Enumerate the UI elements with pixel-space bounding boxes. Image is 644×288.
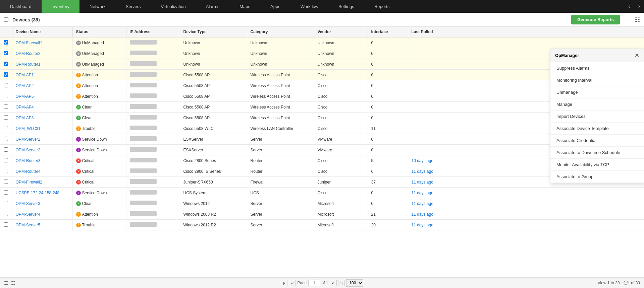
row-checkbox[interactable] (4, 179, 8, 184)
row-vendor: Unknown (314, 59, 368, 70)
footer-icon-right[interactable]: ☷ (11, 280, 15, 286)
context-menu-suppress-alarms[interactable]: Suppress Alarms (550, 62, 644, 74)
device-name-link[interactable]: OPM-AP2 (16, 83, 34, 88)
context-menu-associate-device-template[interactable]: Associate Device Template (550, 123, 644, 135)
last-page-button[interactable]: ›| (338, 280, 345, 286)
row-interface: 0 (368, 102, 408, 113)
nav-maps[interactable]: Maps (229, 0, 260, 13)
device-name-link[interactable]: OPM-Server4 (16, 212, 40, 217)
row-checkbox[interactable] (4, 147, 8, 152)
nav-reports[interactable]: Reports (364, 0, 400, 13)
device-name-link[interactable]: OPM-Router4 (16, 169, 41, 174)
per-page-select[interactable]: 100 50 25 (346, 279, 363, 287)
device-name-link[interactable]: OPM-AP5 (16, 94, 34, 99)
device-name-link[interactable]: OPM-AP1 (16, 73, 34, 77)
status-icon: ↓ (76, 148, 81, 152)
row-device-type: Windows 2012 (180, 198, 247, 209)
row-checkbox[interactable] (4, 169, 8, 173)
nav-network[interactable]: Network (79, 0, 116, 13)
row-checkbox[interactable] (4, 115, 8, 120)
chat-icon[interactable]: 💬 (624, 281, 629, 285)
nav-back-arrow[interactable]: ‹ (624, 0, 634, 13)
row-ip (126, 209, 180, 220)
nav-settings[interactable]: Settings (328, 0, 364, 13)
context-menu-close-icon[interactable]: ✕ (635, 52, 639, 59)
row-ip (126, 80, 180, 91)
context-menu-associate-group[interactable]: Associate to Group (550, 171, 644, 183)
footer-icon-left[interactable]: ☰ (4, 280, 8, 286)
view-label: View 1 to 39 (598, 281, 620, 285)
device-name-link[interactable]: OPM-Firewall2 (16, 180, 42, 185)
th-status[interactable]: Status (72, 27, 126, 37)
row-checkbox[interactable] (4, 40, 8, 45)
page-input[interactable] (308, 280, 320, 286)
row-checkbox[interactable] (4, 212, 8, 216)
nav-servers[interactable]: Servers (116, 0, 151, 13)
row-checkbox[interactable] (4, 190, 8, 195)
context-menu-associate-downtime[interactable]: Associate to Downtime Schedule (550, 147, 644, 159)
device-name-link[interactable]: OPM-Server1 (16, 137, 40, 142)
status-text: UnManaged (82, 62, 104, 67)
prev-page-button[interactable]: ‹‹ (289, 280, 296, 286)
device-name-link[interactable]: OPM-AP4 (16, 105, 34, 110)
row-checkbox[interactable] (4, 222, 8, 227)
device-name-link[interactable]: OPM_WLC31 (16, 126, 41, 131)
device-name-link[interactable]: OPM-Router1 (16, 62, 41, 67)
row-checkbox[interactable] (4, 201, 8, 205)
row-device-name: UCSPE-172-24-158-248 (12, 188, 72, 198)
row-checkbox[interactable] (4, 72, 8, 77)
row-category: Server (247, 134, 314, 145)
context-menu-import-devices[interactable]: Import Devices (550, 111, 644, 123)
nav-virtualization[interactable]: Virtualization (151, 0, 196, 13)
device-name-link[interactable]: OPM-AP3 (16, 116, 34, 120)
device-name-link[interactable]: OPM-Server3 (16, 201, 40, 206)
status-badge: ✓ Clear (76, 105, 92, 110)
nav-dashboard[interactable]: Dashboard (0, 0, 42, 13)
th-device-type[interactable]: Device Type (180, 27, 247, 37)
first-page-button[interactable]: |‹ (281, 280, 288, 286)
toolbar: Devices (39) Generate Reports ⋯ ☷ (0, 13, 644, 27)
row-checkbox[interactable] (4, 126, 8, 130)
th-category[interactable]: Category (247, 27, 314, 37)
row-device-name: OPM-Router4 (12, 166, 72, 177)
row-checkbox[interactable] (4, 94, 8, 98)
th-ip-address[interactable]: IP Address (126, 27, 180, 37)
device-name-link[interactable]: UCSPE-172-24-158-248 (16, 191, 60, 195)
row-checkbox[interactable] (4, 51, 8, 55)
row-checkbox[interactable] (4, 83, 8, 87)
nav-workflow[interactable]: Workflow (290, 0, 328, 13)
select-all-checkbox[interactable] (4, 17, 8, 22)
more-options-icon[interactable]: ⋯ (626, 16, 632, 23)
device-name-link[interactable]: OPM-Router3 (16, 158, 41, 163)
context-menu: OpManager ✕ Suppress Alarms Monitoring I… (550, 49, 644, 183)
status-badge: ⊘ UnManaged (76, 51, 104, 56)
row-checkbox-cell (0, 220, 12, 230)
generate-reports-button[interactable]: Generate Reports (571, 15, 620, 24)
row-ip (126, 220, 180, 230)
next-page-button[interactable]: ›› (330, 280, 337, 286)
row-checkbox[interactable] (4, 137, 8, 141)
nav-alarms[interactable]: Alarms (196, 0, 229, 13)
device-name-link[interactable]: OPM-Server2 (16, 148, 40, 152)
context-menu-monitor-tcp[interactable]: Monitor Availability via TCP (550, 159, 644, 171)
context-menu-associate-credential[interactable]: Associate Credential (550, 135, 644, 147)
nav-apps[interactable]: Apps (260, 0, 290, 13)
nav-inventory[interactable]: Inventory (42, 0, 79, 13)
th-interface[interactable]: Interface (368, 27, 408, 37)
row-checkbox[interactable] (4, 62, 8, 66)
device-name-link[interactable]: OPM-Server5 (16, 223, 40, 227)
context-menu-manage[interactable]: Manage (550, 98, 644, 111)
row-checkbox[interactable] (4, 104, 8, 109)
status-text: Service Down (82, 137, 107, 142)
row-device-type: Cisco 2800 Series (180, 155, 247, 166)
th-last-polled[interactable]: Last Polled (408, 27, 644, 37)
columns-icon[interactable]: ☷ (635, 16, 640, 23)
context-menu-unmanage[interactable]: Unmanage (550, 86, 644, 98)
th-device-name[interactable]: Device Name (12, 27, 72, 37)
context-menu-monitoring-interval[interactable]: Monitoring Interval (550, 74, 644, 86)
row-checkbox[interactable] (4, 158, 8, 162)
th-vendor[interactable]: Vendor (314, 27, 368, 37)
device-name-link[interactable]: OPM-Firewall1 (16, 41, 42, 45)
device-name-link[interactable]: OPM-Router2 (16, 51, 41, 56)
nav-forward-arrow[interactable]: › (634, 0, 644, 13)
